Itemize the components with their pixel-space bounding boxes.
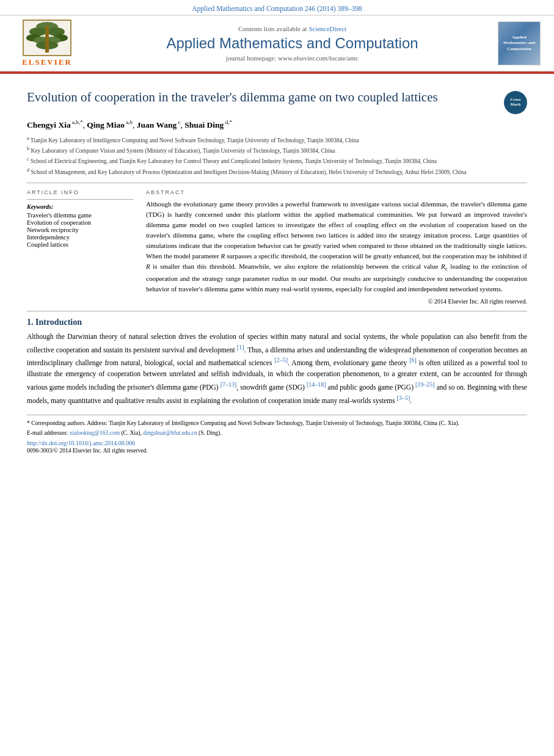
article-info-col: ARTICLE INFO Keywords: Traveler's dilemm… <box>27 189 134 305</box>
email-1-name: (C. Xia), <box>121 430 143 436</box>
ref-2-5[interactable]: [2–5] <box>274 357 288 363</box>
intro-paragraph-1: Although the Darwinian theory of natural… <box>27 331 527 406</box>
affil-4: d School of Management, and Key Laborato… <box>27 167 527 176</box>
journal-cover-area: Applied Mathematics and Computation <box>498 21 547 65</box>
journal-ref-text: Applied Mathematics and Computation 246 … <box>192 5 362 12</box>
author-4-name: Shuai Ding <box>184 120 224 129</box>
affiliations: a Tianjin Key Laboratory of Intelligence… <box>27 135 527 177</box>
contents-available-text: Contents lists available at ScienceDirec… <box>87 25 498 32</box>
divider-info <box>27 199 134 200</box>
ref-14-18[interactable]: [14–18] <box>307 381 326 388</box>
elsevier-logo: ELSEVIER <box>7 20 87 67</box>
abstract-text: Although the evolutionary game theory pr… <box>146 199 527 294</box>
journal-cover-image: Applied Mathematics and Computation <box>498 21 541 65</box>
ref-19-25[interactable]: [19–25] <box>415 381 435 388</box>
journal-reference: Applied Mathematics and Computation 246 … <box>0 0 554 15</box>
crossmark-icon: CrossMark <box>504 91 527 114</box>
cover-text: Applied Mathematics and Computation <box>498 34 540 53</box>
affil-1: a Tianjin Key Laboratory of Intelligence… <box>27 135 527 145</box>
affil-3: c School of Electrical Engineering, and … <box>27 156 527 165</box>
elsevier-logo-area: ELSEVIER <box>7 20 87 67</box>
main-content: Evolution of cooperation in the traveler… <box>0 74 554 463</box>
email-label: E-mail addresses: <box>27 430 70 436</box>
author-3-name: Juan Wang <box>137 120 177 129</box>
email-2-link[interactable]: dingshuai@hfut.edu.cn <box>143 430 197 436</box>
footer-section: * Corresponding authors. Address: Tianji… <box>27 415 527 454</box>
ref-3-5[interactable]: [3–5] <box>397 394 410 401</box>
journal-title-area: Contents lists available at ScienceDirec… <box>87 25 498 62</box>
affil-2: b Key Laboratory of Computer Vision and … <box>27 145 527 155</box>
article-title: Evolution of cooperation in the traveler… <box>27 89 504 106</box>
keyword-3: Network reciprocity <box>27 227 134 233</box>
article-title-section: Evolution of cooperation in the traveler… <box>27 84 527 114</box>
elsevier-tree-icon <box>23 20 71 56</box>
page-wrapper: Applied Mathematics and Computation 246 … <box>0 0 554 463</box>
author-1-name: Chengyi Xia <box>27 120 71 129</box>
sciencedirect-link[interactable]: ScienceDirect <box>308 25 346 32</box>
keyword-4: Interdependency <box>27 234 134 241</box>
keyword-2: Evolution of cooperation <box>27 219 134 226</box>
ref-7-13[interactable]: [7–13] <box>221 381 237 388</box>
copyright-text: © 2014 Elsevier Inc. All rights reserved… <box>146 298 527 305</box>
keywords-label: Keywords: <box>27 203 134 210</box>
journal-header: ELSEVIER Contents lists available at Sci… <box>0 15 554 71</box>
journal-homepage: journal homepage: www.elsevier.com/locat… <box>87 54 498 62</box>
article-info-header: ARTICLE INFO <box>27 189 134 195</box>
author-2-name: Qing Miao <box>87 120 125 129</box>
keyword-5: Coupled lattices <box>27 241 134 248</box>
footer-corresponding-note: * Corresponding authors. Address: Tianji… <box>27 419 527 427</box>
divider-2 <box>27 311 527 311</box>
divider-1 <box>27 183 527 183</box>
crossmark-badge[interactable]: CrossMark <box>504 91 527 114</box>
footer-email-line: E-mail addresses: xialooking@163.com (C.… <box>27 430 527 436</box>
footer-issn: 0096-3003/© 2014 Elsevier Inc. All right… <box>27 448 527 454</box>
authors-line: Chengyi Xia a,b,*, Qing Miao a,b, Juan W… <box>27 119 527 130</box>
elsevier-wordmark: ELSEVIER <box>22 57 72 67</box>
keyword-1: Traveler's dilemma game <box>27 212 134 219</box>
footer-doi[interactable]: http://dx.doi.org/10.1016/j.amc.2014.08.… <box>27 440 527 446</box>
email-1-link[interactable]: xialooking@163.com <box>70 430 120 436</box>
ref-1[interactable]: [1] <box>237 344 244 351</box>
abstract-header: ABSTRACT <box>146 189 527 195</box>
intro-section-title: 1. Introduction <box>27 318 527 327</box>
ref-6[interactable]: [6] <box>409 357 417 363</box>
article-info-abstract: ARTICLE INFO Keywords: Traveler's dilemm… <box>27 189 527 305</box>
journal-title: Applied Mathematics and Computation <box>87 35 498 52</box>
svg-rect-9 <box>45 26 49 53</box>
abstract-col: ABSTRACT Although the evolutionary game … <box>146 189 527 305</box>
email-2-name: (S. Ding). <box>199 430 222 436</box>
